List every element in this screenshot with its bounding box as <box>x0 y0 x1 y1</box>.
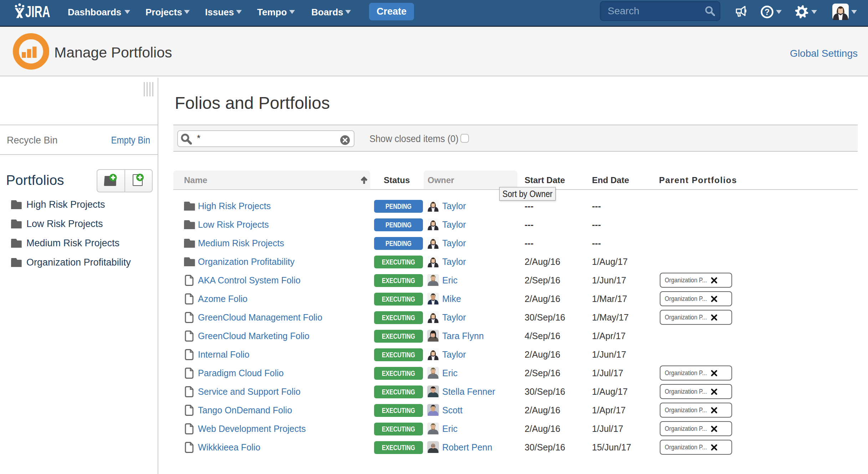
svg-text:?: ? <box>765 7 770 17</box>
